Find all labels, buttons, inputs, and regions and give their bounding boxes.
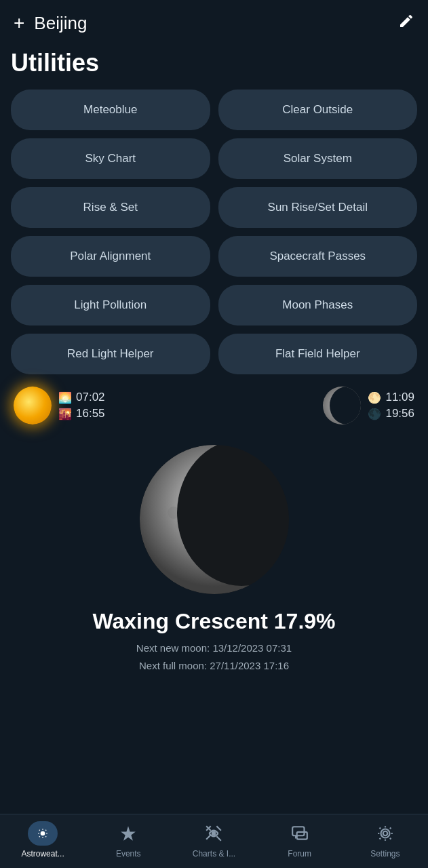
svg-point-4 bbox=[140, 445, 289, 594]
nav-events-label: Events bbox=[116, 849, 141, 859]
next-new-moon: Next new moon: 13/12/2023 07:31 bbox=[136, 639, 292, 657]
satellite-nav-icon bbox=[205, 825, 222, 842]
nav-astroweather-label: Astroweat... bbox=[21, 849, 64, 859]
nav-charts-icon-wrap bbox=[199, 821, 229, 846]
utilities-section: Utilities Meteoblue Clear Outside Sky Ch… bbox=[0, 42, 428, 374]
sun-set-row: 🌇 16:55 bbox=[58, 407, 105, 420]
sun-rise-time: 07:02 bbox=[76, 391, 105, 404]
moon-set-row: 🌑 19:56 bbox=[368, 407, 414, 420]
svg-point-26 bbox=[381, 829, 389, 838]
sun-icon bbox=[14, 387, 52, 425]
forum-nav-icon bbox=[291, 825, 309, 842]
rise-set-button[interactable]: Rise & Set bbox=[11, 187, 210, 228]
moon-crescent-container bbox=[126, 438, 303, 601]
edit-button[interactable] bbox=[398, 13, 414, 33]
meteoblue-button[interactable]: Meteoblue bbox=[11, 90, 210, 130]
moon-phase-name: Waxing Crescent 17.9% bbox=[92, 609, 335, 634]
flat-field-helper-button[interactable]: Flat Field Helper bbox=[218, 334, 418, 374]
sunset-icon: 🌇 bbox=[58, 408, 72, 420]
bottom-nav: Astroweat... Events Charts & I... bbox=[0, 814, 428, 868]
svg-marker-20 bbox=[121, 826, 136, 841]
spacecraft-passes-button[interactable]: Spacecraft Passes bbox=[218, 236, 418, 277]
moon-phases-button[interactable]: Moon Phases bbox=[218, 285, 418, 326]
star-nav-icon bbox=[119, 825, 137, 842]
sun-info-block: 🌅 07:02 🌇 16:55 bbox=[14, 387, 105, 425]
moonrise-icon: 🌕 bbox=[368, 391, 381, 404]
svg-line-22 bbox=[207, 835, 212, 840]
nav-item-events[interactable]: Events bbox=[104, 821, 152, 859]
moon-set-time: 19:56 bbox=[385, 407, 414, 420]
moon-times: 🌕 11:09 🌑 19:56 bbox=[368, 391, 414, 420]
utilities-heading: Utilities bbox=[11, 49, 417, 77]
astro-info-row: 🌅 07:02 🌇 16:55 🌕 11:09 🌑 19:56 bbox=[0, 374, 428, 431]
svg-line-16 bbox=[39, 830, 40, 831]
sun-set-time: 16:55 bbox=[76, 407, 105, 420]
nav-astroweather-icon-wrap bbox=[28, 821, 58, 846]
red-light-helper-button[interactable]: Red Light Helper bbox=[11, 334, 210, 374]
header-left: + Beijing bbox=[14, 12, 87, 34]
svg-point-6 bbox=[201, 530, 208, 536]
svg-point-8 bbox=[195, 490, 200, 495]
nav-item-charts[interactable]: Charts & I... bbox=[190, 821, 237, 859]
nav-events-icon-wrap bbox=[113, 821, 143, 846]
add-location-button[interactable]: + bbox=[14, 12, 24, 34]
nav-item-settings[interactable]: Settings bbox=[362, 821, 409, 859]
moon-info-block: 🌕 11:09 🌑 19:56 bbox=[323, 387, 414, 425]
sun-nav-icon bbox=[37, 825, 48, 842]
header: + Beijing bbox=[0, 0, 428, 42]
nav-charts-label: Charts & I... bbox=[193, 849, 235, 859]
nav-forum-icon-wrap bbox=[285, 821, 315, 846]
nav-settings-label: Settings bbox=[370, 849, 400, 859]
svg-point-7 bbox=[176, 522, 184, 530]
solar-system-button[interactable]: Solar System bbox=[218, 138, 418, 179]
sunrise-icon: 🌅 bbox=[58, 391, 72, 404]
sun-rise-row: 🌅 07:02 bbox=[58, 391, 105, 404]
clear-outside-button[interactable]: Clear Outside bbox=[218, 90, 418, 130]
light-pollution-button[interactable]: Light Pollution bbox=[11, 285, 210, 326]
svg-line-19 bbox=[45, 830, 46, 831]
svg-point-21 bbox=[212, 831, 216, 836]
moon-icon bbox=[323, 387, 361, 425]
sun-times: 🌅 07:02 🌇 16:55 bbox=[58, 391, 105, 420]
nav-item-astroweather[interactable]: Astroweat... bbox=[19, 821, 66, 859]
nav-item-forum[interactable]: Forum bbox=[276, 821, 324, 859]
svg-point-10 bbox=[182, 538, 192, 548]
moon-next-info: Next new moon: 13/12/2023 07:31 Next ful… bbox=[136, 639, 292, 674]
moon-rise-row: 🌕 11:09 bbox=[368, 391, 414, 404]
moonset-icon: 🌑 bbox=[368, 408, 381, 420]
nav-forum-label: Forum bbox=[288, 849, 311, 859]
moon-crescent-svg bbox=[126, 438, 303, 601]
svg-point-9 bbox=[168, 507, 180, 519]
utilities-button-grid: Meteoblue Clear Outside Sky Chart Solar … bbox=[11, 90, 417, 374]
svg-line-18 bbox=[39, 836, 40, 837]
moon-phase-section: Waxing Crescent 17.9% Next new moon: 13/… bbox=[0, 431, 428, 688]
sky-chart-button[interactable]: Sky Chart bbox=[11, 138, 210, 179]
moon-rise-time: 11:09 bbox=[385, 391, 414, 404]
svg-line-17 bbox=[45, 836, 46, 837]
svg-point-11 bbox=[41, 831, 45, 836]
svg-point-25 bbox=[383, 831, 388, 836]
nav-settings-icon-wrap bbox=[370, 821, 400, 846]
next-full-moon: Next full moon: 27/11/2023 17:16 bbox=[136, 657, 292, 675]
svg-point-5 bbox=[185, 500, 196, 511]
polar-alignment-button[interactable]: Polar Alignment bbox=[11, 236, 210, 277]
edit-icon bbox=[398, 13, 414, 29]
sun-rise-set-detail-button[interactable]: Sun Rise/Set Detail bbox=[218, 187, 418, 228]
location-title: Beijing bbox=[34, 13, 87, 34]
settings-nav-icon bbox=[376, 825, 394, 842]
